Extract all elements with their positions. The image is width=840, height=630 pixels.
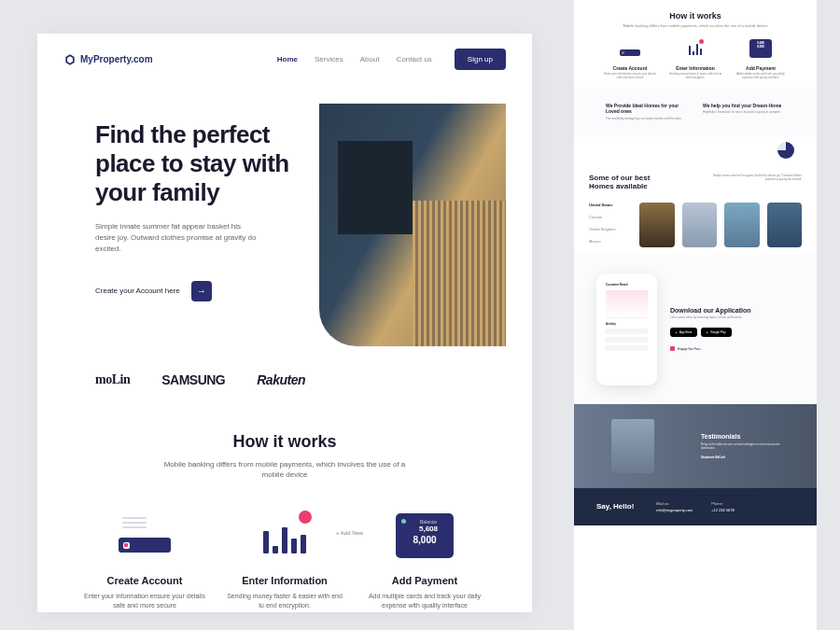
how-title: How it works (75, 432, 495, 452)
brand-rakuten: Rakuten (257, 372, 305, 387)
sv-home-thumbs (639, 203, 802, 247)
testimonial-author: Stephanie McCork (701, 455, 794, 459)
footer-mail-label: Mail us: (656, 501, 693, 506)
phone-chart (606, 290, 648, 318)
hero-image (319, 104, 506, 346)
how-it-works-section: How it works Mobile banking differs from… (37, 413, 532, 610)
home-thumb-4[interactable] (767, 203, 803, 247)
payment-card-icon: Balance 5,608 8,000 (396, 513, 454, 558)
pie-icon (777, 142, 794, 159)
top-nav: MyProperty.com Home Services About Conta… (37, 34, 532, 85)
brand-name: MyProperty.com (80, 54, 153, 64)
hexagon-icon (63, 53, 77, 66)
nav-services[interactable]: Services (315, 55, 343, 63)
step-add-payment: + Add New Balance 5,608 8,000 Add Paymen… (364, 508, 485, 610)
nav-home[interactable]: Home (277, 55, 298, 63)
sv-step-1: Create Account Enter your information en… (602, 37, 658, 80)
testimonial-title: Testimonials (701, 433, 794, 440)
payment-card-icon: 5,6088,000 (749, 39, 772, 58)
balance-label: Balance (409, 519, 448, 525)
brand-logos: moLin SAMSUNG Rakuten (37, 346, 532, 413)
step3-desc: Add multiple cards and track your daily … (364, 592, 485, 610)
app-store-button[interactable]: ▸App Store (670, 328, 697, 337)
step2-title: Enter Information (224, 575, 345, 586)
sv-step2-desc: Sending money faster & easier with end t… (667, 73, 723, 80)
sv-step3-desc: Add multiple cards and track your daily … (733, 73, 789, 80)
region-us[interactable]: United States (589, 203, 630, 207)
home-thumb-3[interactable] (724, 203, 760, 247)
sv-how-section: How it works Mobile banking differs from… (574, 0, 817, 88)
sv-testimonials: Testimonials Bring to the table win-win … (574, 404, 817, 488)
region-uk[interactable]: United Kingdom (589, 227, 630, 231)
footer-mail-value[interactable]: info@myproperty.com (656, 508, 693, 512)
sv-how-title: How it works (596, 11, 794, 21)
hero-copy: Find the perfect place to stay with your… (95, 104, 301, 346)
region-canada[interactable]: Canada (589, 215, 630, 219)
sv-step1-title: Create Account (602, 65, 658, 71)
step-create-account: Create Account Enter your information en… (84, 508, 205, 610)
step2-desc: Sending money faster & easier with end t… (224, 592, 345, 610)
sv-prop2-title: We help you find your Dream Home (703, 103, 785, 109)
footer-hello: Say, Hello! (596, 502, 634, 511)
nav-links: Home Services About Contact us (277, 55, 432, 63)
sv-app-download: Customer Reach Activity Download our App… (574, 255, 817, 404)
hero-subtitle: Simple innate summer fat appear basket h… (95, 221, 263, 255)
bar-chart-icon (689, 42, 703, 55)
testimonial-quote: Bring to the table win-win survival stra… (701, 442, 794, 450)
sv-homes-sub: Simple innate summer fat appear basket h… (708, 174, 802, 181)
brand-samsung: SAMSUNG (161, 372, 225, 387)
hero-cta: Create your Account here → (95, 281, 301, 301)
phone-mockup: Customer Reach Activity (596, 273, 657, 385)
sv-app-title: Download our Application (670, 307, 794, 314)
sv-step3-title: Add Payment (733, 65, 789, 71)
account-card-icon (620, 41, 640, 56)
sv-steps: Create Account Enter your information en… (596, 37, 794, 80)
hero-title: Find the perfect place to stay with your… (95, 120, 301, 208)
sv-prop1-desc: The marketing strategy lays out target m… (606, 118, 688, 121)
sv-prop-2: We help you find your Dream Home Hopeful… (703, 103, 785, 121)
nav-about[interactable]: About (360, 55, 380, 63)
phone-header: Customer Reach (606, 283, 648, 287)
footer-mail: Mail us: info@myproperty.com (656, 501, 693, 512)
add-new-label: + Add New (336, 530, 363, 536)
bar-chart-icon (263, 518, 306, 553)
home-thumb-2[interactable] (682, 203, 718, 247)
sv-step2-title: Enter Information (667, 65, 723, 71)
side-full-page-preview: How it works Mobile banking differs from… (574, 0, 817, 630)
home-thumb-1[interactable] (639, 203, 675, 247)
footer-phone-label: Phone: (711, 501, 735, 506)
footer-phone: Phone: +12 234 5678 (711, 501, 735, 512)
sv-app-sub: Lets content ideas by browsing topics, t… (670, 316, 794, 320)
sv-progress-indicator (574, 136, 817, 166)
sv-value-props: We Provide Ideal Homes for your Loved on… (574, 88, 817, 136)
sv-region-tabs: United States Canada United Kingdom Mexi… (589, 203, 630, 247)
how-subtitle: Mobile banking differs from mobile payme… (163, 459, 406, 480)
hero-cta-label: Create your Account here (95, 287, 180, 295)
how-steps: Create Account Enter your information en… (75, 508, 495, 610)
brand-logo[interactable]: MyProperty.com (63, 53, 153, 66)
sv-footer: Say, Hello! Mail us: info@myproperty.com… (574, 488, 817, 525)
step1-desc: Enter your information ensure your detai… (84, 592, 205, 610)
balance-value-1: 5,608 (409, 525, 448, 533)
hero-section: Find the perfect place to stay with your… (37, 85, 532, 346)
sv-homes-title: Some of our best Homes available (589, 174, 664, 191)
sv-step-2: Enter Information Sending money faster &… (667, 37, 723, 80)
google-play-button[interactable]: ▸Google Play (701, 328, 731, 337)
footer-phone-value[interactable]: +12 234 5678 (711, 508, 735, 512)
app-store-buttons: ▸App Store ▸Google Play (670, 328, 794, 337)
sv-prop1-title: We Provide Ideal Homes for your Loved on… (606, 103, 688, 115)
sv-step-3: 5,6088,000 Add Payment Add multiple card… (733, 37, 789, 80)
sv-homes-section: Some of our best Homes available Simple … (574, 166, 817, 255)
testimonial-photo (611, 419, 654, 473)
signup-button[interactable]: Sign up (455, 49, 506, 70)
step3-title: Add Payment (364, 575, 485, 586)
sv-how-sub: Mobile banking differs from mobile payme… (596, 23, 794, 28)
sv-step1-desc: Enter your information ensure your detai… (602, 73, 658, 80)
hero-cta-button[interactable]: → (191, 281, 212, 301)
account-card-icon (119, 517, 171, 554)
brand-molin: moLin (95, 372, 130, 387)
sv-app-feature: Engage Your Fans (670, 346, 794, 351)
step1-title: Create Account (84, 575, 205, 586)
nav-contact[interactable]: Contact us (397, 55, 432, 63)
region-mexico[interactable]: Mexico (589, 239, 630, 244)
